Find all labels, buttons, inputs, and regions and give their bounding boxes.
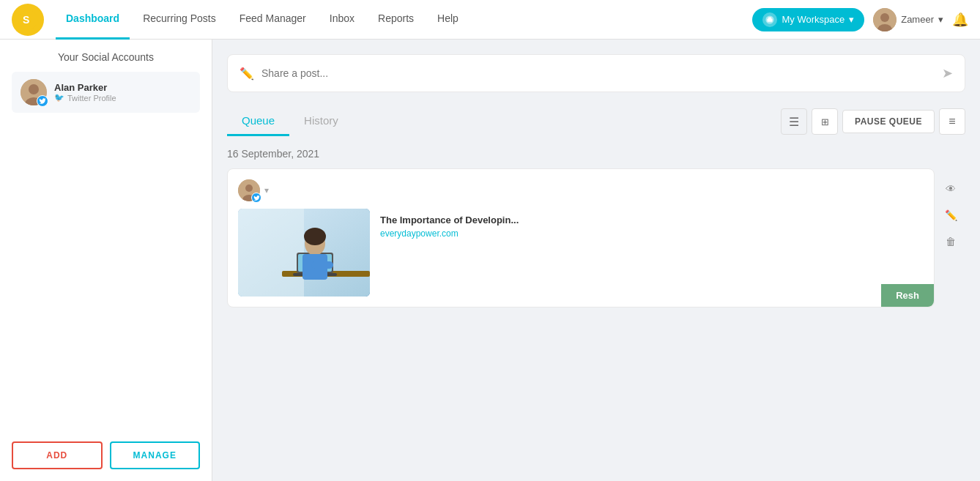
notifications-bell-icon[interactable]: 🔔 <box>952 12 968 28</box>
twitter-badge-icon <box>37 95 48 107</box>
svg-point-9 <box>29 84 39 94</box>
share-box[interactable]: ✏️ ➤ <box>227 54 965 92</box>
workspace-chevron: ▾ <box>849 14 854 25</box>
tab-queue[interactable]: Queue <box>227 107 289 136</box>
post-link-info: The Importance of Developin... everydayp… <box>380 209 519 245</box>
top-navigation: S Dashboard Recurring Posts Feed Manager… <box>0 0 980 40</box>
nav-links: Dashboard Recurring Posts Feed Manager I… <box>56 0 752 40</box>
nav-help[interactable]: Help <box>427 0 469 40</box>
tabs-bar: Queue History ☰ ⊞ PAUSE QUEUE ≡ <box>227 107 965 136</box>
logo-button[interactable]: S <box>12 4 44 36</box>
main-content: ✏️ ➤ Queue History ☰ ⊞ PAUSE QUEUE ≡ <box>212 40 980 481</box>
user-menu[interactable]: Zameer ▾ <box>873 8 943 31</box>
post-card-header: ▾ <box>238 179 924 201</box>
card-actions: 👁 ✏️ 🗑 <box>940 179 961 252</box>
post-image-inner <box>238 209 370 297</box>
post-card-wrapper: ▾ <box>227 168 935 307</box>
nav-inbox[interactable]: Inbox <box>319 0 365 40</box>
sidebar: Your Social Accounts Alan Parker 🐦 <box>0 40 212 481</box>
twitter-platform-icon: 🐦 <box>54 93 64 102</box>
list-view-button[interactable]: ☰ <box>781 108 807 135</box>
post-title: The Importance of Developin... <box>380 215 519 225</box>
account-type: 🐦 Twitter Profile <box>54 93 191 102</box>
edit-share-icon: ✏️ <box>240 67 254 81</box>
user-avatar <box>873 8 897 31</box>
svg-point-12 <box>245 184 253 192</box>
svg-text:S: S <box>23 14 29 26</box>
sidebar-actions: ADD MANAGE <box>12 441 200 469</box>
add-account-button[interactable]: ADD <box>12 441 103 469</box>
post-twitter-badge-icon <box>251 193 261 203</box>
main-layout: Your Social Accounts Alan Parker 🐦 <box>0 40 980 481</box>
sidebar-title: Your Social Accounts <box>12 51 200 63</box>
user-name: Zameer <box>901 14 934 25</box>
manage-accounts-button[interactable]: MANAGE <box>110 441 201 469</box>
svg-point-23 <box>304 228 326 245</box>
post-content: The Importance of Developin... everydayp… <box>238 209 924 297</box>
post-image <box>238 209 370 297</box>
nav-dashboard[interactable]: Dashboard <box>56 0 130 40</box>
grid-view-icon: ⊞ <box>821 116 829 127</box>
sidebar-spacer <box>12 119 200 441</box>
svg-point-6 <box>880 13 889 22</box>
user-chevron: ▾ <box>938 14 943 25</box>
resh-badge: Resh <box>881 284 934 307</box>
filter-button[interactable]: ≡ <box>939 108 965 135</box>
account-item-alan-parker[interactable]: Alan Parker 🐦 Twitter Profile <box>12 72 200 113</box>
nav-feed-manager[interactable]: Feed Manager <box>229 0 316 40</box>
pause-queue-button[interactable]: PAUSE QUEUE <box>842 110 935 133</box>
view-post-button[interactable]: 👁 <box>940 179 961 199</box>
account-name: Alan Parker <box>54 82 191 93</box>
share-post-input[interactable] <box>261 67 935 79</box>
delete-post-button[interactable]: 🗑 <box>940 231 961 252</box>
date-heading: 16 September, 2021 <box>227 148 965 160</box>
svg-rect-4 <box>768 17 771 19</box>
svg-rect-15 <box>238 209 304 297</box>
post-account-chevron-icon[interactable]: ▾ <box>264 185 269 195</box>
share-send-icon[interactable]: ➤ <box>942 65 953 81</box>
grid-view-button[interactable]: ⊞ <box>812 108 838 135</box>
post-card: ▾ <box>227 168 935 307</box>
filter-icon: ≡ <box>949 115 955 128</box>
nav-recurring-posts[interactable]: Recurring Posts <box>133 0 226 40</box>
workspace-icon <box>762 12 777 27</box>
tab-history[interactable]: History <box>289 107 353 136</box>
post-avatar <box>238 179 260 201</box>
nav-reports[interactable]: Reports <box>368 0 424 40</box>
tab-actions: ☰ ⊞ PAUSE QUEUE ≡ <box>781 108 965 135</box>
tabs: Queue History <box>227 107 781 136</box>
workspace-label: My Workspace <box>782 14 844 25</box>
nav-right: My Workspace ▾ Zameer ▾ 🔔 <box>752 8 968 31</box>
workspace-button[interactable]: My Workspace ▾ <box>752 8 864 31</box>
account-info: Alan Parker 🐦 Twitter Profile <box>54 82 191 102</box>
list-view-icon: ☰ <box>789 115 799 129</box>
account-avatar <box>21 79 47 105</box>
post-url[interactable]: everydaypower.com <box>380 228 519 239</box>
edit-post-button[interactable]: ✏️ <box>940 205 961 225</box>
account-type-label: Twitter Profile <box>67 94 116 102</box>
svg-rect-22 <box>311 261 333 269</box>
